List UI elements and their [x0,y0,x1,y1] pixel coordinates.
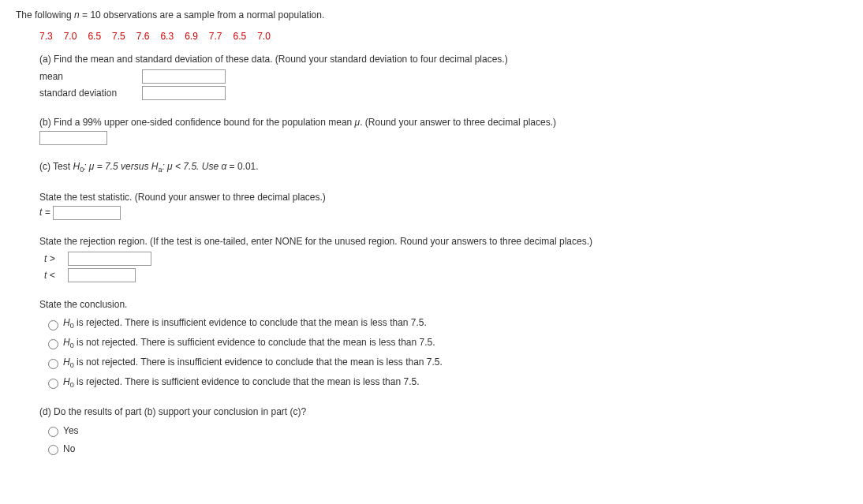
sample-value: 6.5 [88,31,101,42]
t-equals-label: t = [39,207,53,218]
intro-eq: = 10 observations are a sample from a no… [80,9,325,21]
t-less-input[interactable] [68,268,136,282]
part-b-prompt: (b) Find a 99% upper one-sided confidenc… [39,115,847,130]
sample-value: 7.7 [209,31,222,42]
conclusion-label: H0 is not rejected. There is insufficien… [63,355,443,371]
conclusion-label: H0 is rejected. There is sufficient evid… [63,375,420,391]
conclusion-option: H0 is rejected. There is sufficient evid… [44,375,847,391]
conclusion-option: H0 is not rejected. There is insufficien… [44,355,847,371]
part-d-yes-radio[interactable] [48,427,58,437]
conclusion-radio-2[interactable] [48,359,58,369]
conclusion-heading: State the conclusion. [39,297,847,312]
part-c-prompt: (c) Test H0: μ = 7.5 versus Ha: μ < 7.5.… [39,159,847,176]
test-stat-input[interactable] [53,206,121,220]
upper-bound-input[interactable] [39,131,107,145]
conclusion-radio-0[interactable] [48,320,58,330]
sample-value: 6.9 [185,31,198,42]
part-d-no-label: No [63,442,75,457]
sample-value: 7.6 [136,31,150,42]
conclusion-radio-3[interactable] [48,379,58,389]
conclusion-option: H0 is not rejected. There is sufficient … [44,335,847,352]
conclusion-radio-1[interactable] [48,339,58,349]
intro-prefix: The following [16,9,74,21]
sample-data-row: 7.37.06.57.57.66.36.97.76.57.0 [16,29,847,44]
sample-value: 7.3 [39,31,53,42]
sample-value: 6.3 [160,31,174,42]
sample-value: 6.5 [233,31,247,42]
rejection-prompt: State the rejection region. (If the test… [39,234,847,249]
part-d-no-radio[interactable] [48,445,58,455]
mean-input[interactable] [142,69,226,84]
intro-n: n [74,9,80,21]
mean-label: mean [39,69,142,84]
part-d-prompt: (d) Do the results of part (b) support y… [39,405,847,420]
sample-value: 7.5 [112,31,125,42]
t-greater-label: t > [44,252,68,267]
conclusion-label: H0 is not rejected. There is sufficient … [63,335,435,352]
intro-text: The following n = 10 observations are a … [16,8,847,23]
sample-value: 7.0 [64,31,77,42]
part-d-yes-label: Yes [63,424,79,439]
part-a-prompt: (a) Find the mean and standard deviation… [39,52,847,67]
sample-value: 7.0 [257,31,271,42]
test-stat-prompt: State the test statistic. (Round your an… [39,190,847,205]
sd-label: standard deviation [39,86,142,101]
sd-input[interactable] [142,86,226,100]
conclusion-option: H0 is rejected. There is insufficient ev… [44,315,847,332]
t-greater-input[interactable] [68,252,151,266]
t-less-label: t < [44,268,68,283]
conclusion-label: H0 is rejected. There is insufficient ev… [63,315,427,332]
